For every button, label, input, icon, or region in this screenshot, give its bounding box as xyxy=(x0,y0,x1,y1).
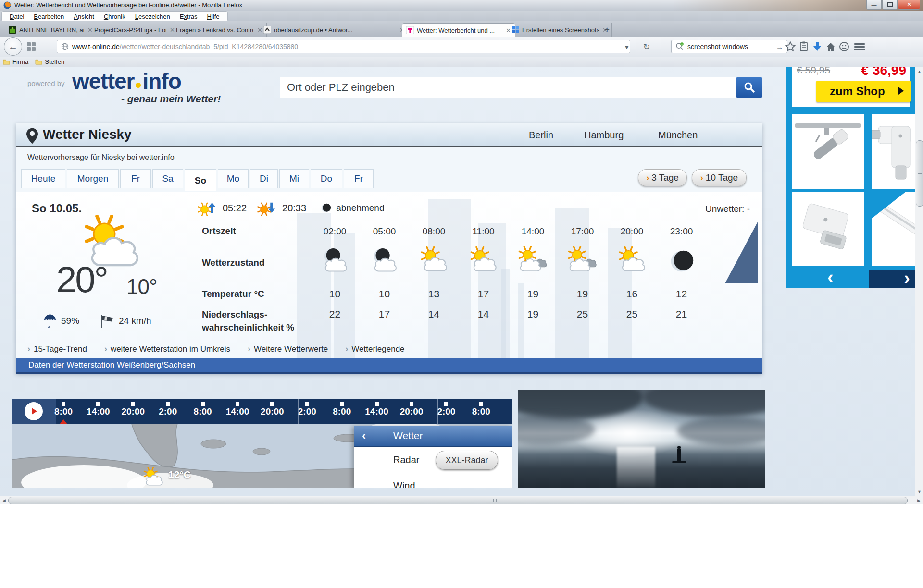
vertical-scrollbar[interactable]: ▲ ▼ xyxy=(915,67,923,496)
downloads-icon[interactable] xyxy=(811,41,823,52)
link-weitere-wetterstation-im-umkreis[interactable]: ›weitere Wetterstation im Umkreis xyxy=(104,344,230,354)
menu-ansicht[interactable]: Ansicht xyxy=(69,13,99,20)
day-tab-di-6[interactable]: Di xyxy=(250,169,278,188)
timeline-label-10[interactable]: 20:00 xyxy=(394,406,429,417)
bookmark-steffen[interactable]: Steffen xyxy=(35,58,64,65)
weather-photo[interactable] xyxy=(518,390,765,488)
smiley-icon[interactable] xyxy=(838,41,850,52)
reload-icon[interactable]: ↻ xyxy=(643,42,650,52)
menu-extras[interactable]: Extras xyxy=(175,13,202,20)
zum-shop-button[interactable]: zum Shop xyxy=(816,81,911,102)
day-tab-mo-5[interactable]: Mo xyxy=(218,169,249,188)
product-track-rail[interactable] xyxy=(872,192,916,266)
location-search-input[interactable]: Ort oder PLZ eingeben xyxy=(280,77,736,98)
url-dropdown-icon[interactable]: ▾ xyxy=(625,43,629,51)
radar-menu-header[interactable] xyxy=(354,426,512,447)
sun-clouds-icon xyxy=(518,239,548,283)
tab-6[interactable]: Erstellen eines Screenshots✕ xyxy=(508,23,612,37)
horizontal-scroll-thumb[interactable] xyxy=(8,497,908,504)
link-weitere-wetterwerte[interactable]: ›Weitere Wetterwerte xyxy=(248,344,328,354)
timeline-label-8[interactable]: 8:00 xyxy=(324,406,359,417)
tab-1[interactable]: ANTENNE BAYERN, anten...✕ xyxy=(5,23,97,37)
bookmark-firma[interactable]: Firma xyxy=(3,58,28,65)
product-track-spotlight[interactable] xyxy=(792,114,864,189)
menu-chronik[interactable]: Chronik xyxy=(99,13,130,20)
carousel-prev-button[interactable]: ‹ xyxy=(827,268,834,286)
close-button[interactable]: ✕ xyxy=(898,0,920,10)
day-tab-mi-7[interactable]: Mi xyxy=(279,169,309,188)
scroll-right-button[interactable]: ▶ xyxy=(915,496,923,504)
carousel-next-button[interactable]: › xyxy=(869,270,916,288)
weather-card: Wetter Niesky BerlinHamburgMünchen Wette… xyxy=(16,123,762,374)
day-tab-fr-9[interactable]: Fr xyxy=(344,169,374,188)
menu-hilfe[interactable]: Hilfe xyxy=(202,13,225,20)
timeline-label-11[interactable]: 2:00 xyxy=(429,406,463,417)
tab-5[interactable]: Wetter: Wetterbericht und ...✕ xyxy=(402,23,515,37)
search-bar[interactable]: screenshot windows → xyxy=(671,40,787,53)
new-tab-button[interactable]: + xyxy=(605,25,610,35)
tab-4[interactable]: oberlausitzcup.de • Antwor...✕ xyxy=(260,23,409,37)
menu-item-wind[interactable]: Wind xyxy=(393,480,415,488)
page-title: Wetter Niesky xyxy=(43,127,132,142)
url-bar[interactable]: www.t-online.de/wetter/wetter-deutschlan… xyxy=(57,40,630,53)
horizontal-scrollbar[interactable]: ◀ ▶ xyxy=(0,496,923,504)
product-feed-connector[interactable] xyxy=(792,192,864,266)
city-link-hamburg[interactable]: Hamburg xyxy=(584,130,624,141)
scroll-up-button[interactable]: ▲ xyxy=(915,67,923,75)
vertical-scroll-thumb[interactable] xyxy=(916,140,923,207)
scroll-down-button[interactable]: ▼ xyxy=(915,488,923,496)
minimize-button[interactable]: — xyxy=(866,0,882,10)
day-tab-morgen-1[interactable]: Morgen xyxy=(67,169,119,188)
menu-datei[interactable]: Datei xyxy=(5,13,29,20)
range-button-3-tage[interactable]: ›3 Tage xyxy=(638,169,687,186)
antenne-tab-icon xyxy=(9,26,16,34)
timeline-label-12[interactable]: 8:00 xyxy=(464,406,499,417)
wetter-info-logo[interactable]: wetterinfo xyxy=(72,68,181,94)
url-domain: www.t-online.de xyxy=(72,43,120,50)
scroll-left-button[interactable]: ◀ xyxy=(0,496,8,504)
menu-icon[interactable] xyxy=(853,41,867,52)
menu-bearbeiten[interactable]: Bearbeiten xyxy=(29,13,69,20)
temp-low: 10° xyxy=(126,275,157,299)
city-link-berlin[interactable]: Berlin xyxy=(529,130,553,141)
tab-strip: ANTENNE BAYERN, anten...✕ProjectCars-PS4… xyxy=(0,21,923,37)
maximize-button[interactable] xyxy=(882,0,898,10)
menu-lesezeichen[interactable]: Lesezeichen xyxy=(130,13,175,20)
menu-item-radar[interactable]: Radar xyxy=(393,454,419,466)
product-corner-connector[interactable] xyxy=(872,114,916,189)
radar-menu: ‹ Wetter Radar XXL-Radar Wind xyxy=(354,426,512,488)
bookmark-star-icon[interactable] xyxy=(785,41,796,52)
city-link-münchen[interactable]: München xyxy=(658,130,698,141)
back-button[interactable]: ← xyxy=(4,37,22,56)
search-engine-icon[interactable] xyxy=(675,42,684,51)
xxl-radar-button[interactable]: XXL-Radar xyxy=(436,451,498,470)
tab-3[interactable]: Fragen » Lenkrad vs. Controller✕ xyxy=(172,23,267,37)
link-15-tage-trend[interactable]: ›15-Tage-Trend xyxy=(27,344,87,354)
link-wetterlegende[interactable]: ›Wetterlegende xyxy=(345,344,404,354)
location-search-button[interactable] xyxy=(736,77,762,98)
collapse-chevron-icon[interactable]: ‹ xyxy=(362,429,366,442)
range-button-10-tage[interactable]: ›10 Tage xyxy=(692,169,747,186)
tab-groups-icon[interactable] xyxy=(27,42,36,51)
timeline-label-4[interactable]: 8:00 xyxy=(186,406,220,417)
search-go-icon[interactable]: → xyxy=(776,43,783,51)
tab-2[interactable]: ProjectCars-PS4Liga - Forum✕ xyxy=(90,23,179,37)
day-tab-so-4[interactable]: So xyxy=(185,169,216,191)
moon-phase-icon xyxy=(320,202,332,214)
day-tab-do-8[interactable]: Do xyxy=(311,169,342,188)
bookmarks-menu-icon[interactable] xyxy=(798,41,810,52)
timeline-label-7[interactable]: 2:00 xyxy=(290,406,324,417)
day-tab-sa-3[interactable]: Sa xyxy=(152,169,183,188)
timeline-label-3[interactable]: 2:00 xyxy=(150,406,185,417)
day-tab-heute-0[interactable]: Heute xyxy=(21,169,65,188)
home-icon[interactable] xyxy=(825,41,836,52)
timeline-label-6[interactable]: 20:00 xyxy=(255,406,289,417)
timeline-label-2[interactable]: 20:00 xyxy=(116,406,150,417)
timeline-label-0[interactable]: 8:00 xyxy=(46,406,81,417)
timeline-label-9[interactable]: 14:00 xyxy=(360,406,394,417)
timeline-label-1[interactable]: 14:00 xyxy=(81,406,115,417)
timeline-label-5[interactable]: 14:00 xyxy=(220,406,255,417)
day-tab-fr-2[interactable]: Fr xyxy=(120,169,151,188)
current-details-row: 59% 24 km/h xyxy=(43,313,151,329)
play-button[interactable] xyxy=(25,402,43,420)
